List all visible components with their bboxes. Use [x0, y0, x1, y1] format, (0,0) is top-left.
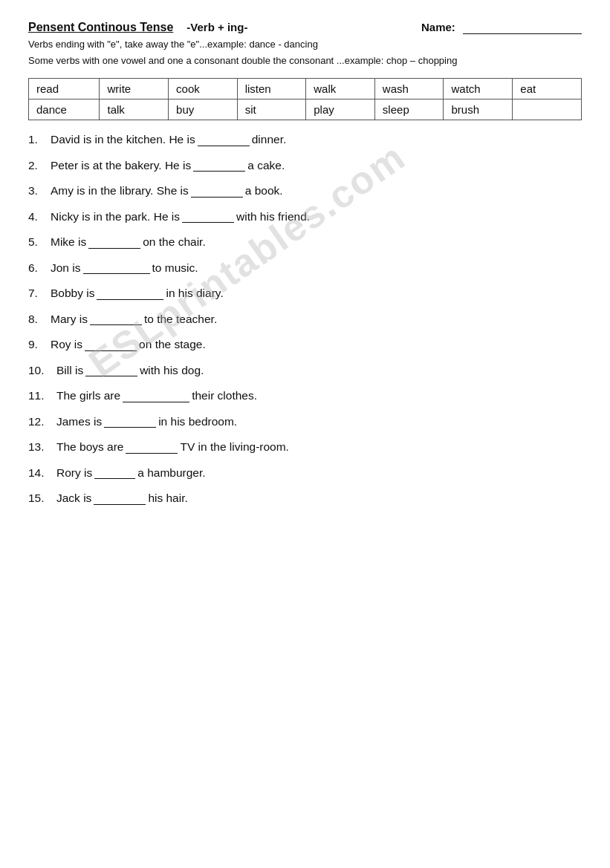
word-bank-cell: sit — [237, 99, 306, 120]
exercise-blank[interactable] — [88, 236, 140, 249]
exercise-blank[interactable] — [182, 211, 234, 223]
exercise-number: 13. — [28, 441, 51, 453]
exercise-text-after: on the stage. — [139, 339, 206, 350]
exercise-text-after: his hair. — [148, 492, 187, 504]
exercise-number: 14. — [28, 467, 51, 479]
name-label: Name: — [421, 21, 582, 34]
exercise-text-after: with his dog. — [140, 365, 204, 376]
word-bank-cell: walk — [306, 79, 375, 99]
exercise-blank[interactable] — [97, 287, 163, 300]
exercise-text-after: with his friend. — [236, 211, 310, 223]
exercise-text-before: Nicky is in the park. He is — [51, 211, 180, 223]
exercise-text-after: TV in the living-room. — [180, 441, 288, 453]
exercise-item: 5.Mike is on the chair. — [28, 236, 582, 249]
exercise-text-after: their clothes. — [192, 390, 257, 402]
exercise-number: 10. — [28, 365, 51, 376]
exercise-blank[interactable] — [104, 416, 156, 428]
exercise-item: 14.Rory is a hamburger. — [28, 467, 582, 480]
exercise-text-before: Rory is — [56, 467, 92, 479]
exercise-blank[interactable] — [94, 467, 135, 480]
exercise-text-before: Mary is — [51, 313, 88, 325]
word-bank-cell: wash — [374, 79, 444, 99]
exercise-text-before: Jack is — [56, 492, 91, 504]
exercise-number: 4. — [28, 211, 45, 223]
exercise-text-before: Mike is — [51, 236, 86, 248]
exercise-number: 5. — [28, 236, 45, 248]
exercise-number: 15. — [28, 492, 51, 504]
exercise-number: 3. — [28, 185, 45, 197]
word-bank-cell: cook — [169, 79, 238, 99]
exercise-number: 11. — [28, 390, 51, 402]
exercise-number: 2. — [28, 160, 45, 172]
exercise-item: 2.Peter is at the bakery. He is a cake. — [28, 160, 582, 172]
word-bank-cell: dance — [29, 99, 100, 120]
word-bank-cell: buy — [169, 99, 238, 120]
exercise-text-after: in his bedroom. — [158, 416, 237, 428]
instruction-2: Some verbs with one vowel and one a cons… — [28, 53, 582, 68]
exercise-item: 13.The boys are TV in the living-room. — [28, 441, 582, 454]
exercise-blank[interactable] — [83, 262, 150, 275]
exercise-item: 7.Bobby is in his diary. — [28, 287, 582, 300]
word-bank-cell: play — [306, 99, 375, 120]
word-bank-cell: talk — [100, 99, 169, 120]
exercise-blank[interactable] — [94, 492, 146, 505]
exercise-item: 4.Nicky is in the park. He is with his f… — [28, 211, 582, 223]
exercise-item: 3.Amy is in the library. She is a book. — [28, 185, 582, 198]
exercise-text-before: The girls are — [56, 390, 120, 402]
exercise-text-before: Peter is at the bakery. He is — [51, 160, 191, 172]
worksheet-title: Pensent Continous Tense — [28, 21, 173, 34]
word-bank-cell — [513, 99, 582, 120]
exercise-text-after: in his diary. — [166, 287, 223, 299]
word-bank-table: readwritecooklistenwalkwashwatcheatdance… — [28, 78, 582, 120]
exercise-text-before: Roy is — [51, 339, 82, 350]
exercise-text-after: a cake. — [247, 160, 285, 172]
word-bank-cell: brush — [444, 99, 513, 120]
exercise-number: 6. — [28, 262, 45, 274]
exercise-blank[interactable] — [193, 160, 245, 172]
exercise-text-before: Amy is in the library. She is — [51, 185, 189, 197]
exercise-blank[interactable] — [90, 313, 142, 326]
exercise-item: 8.Mary is to the teacher. — [28, 313, 582, 326]
instruction-1: Verbs ending with "e", take away the "e"… — [28, 37, 582, 52]
exercise-number: 1. — [28, 134, 45, 146]
exercise-item: 12.James is in his bedroom. — [28, 416, 582, 428]
word-bank-cell: eat — [513, 79, 582, 99]
title-row: Pensent Continous Tense -Verb + ing- Nam… — [28, 21, 582, 34]
exercise-text-after: a book. — [245, 185, 283, 197]
worksheet-subtitle: -Verb + ing- — [186, 21, 247, 33]
exercise-blank[interactable] — [85, 365, 137, 377]
exercise-item: 10.Bill is with his dog. — [28, 365, 582, 377]
exercise-text-before: Jon is — [51, 262, 81, 274]
exercise-item: 15.Jack is his hair. — [28, 492, 582, 505]
word-bank-cell: write — [100, 79, 169, 99]
exercise-item: 6.Jon is to music. — [28, 262, 582, 275]
word-bank-cell: read — [29, 79, 100, 99]
exercise-text-after: dinner. — [252, 134, 287, 146]
word-bank-cell: listen — [237, 79, 306, 99]
exercise-text-before: David is in the kitchen. He is — [51, 134, 195, 146]
exercise-text-before: Bobby is — [51, 287, 94, 299]
exercise-item: 11.The girls are their clothes. — [28, 390, 582, 402]
exercise-text-after: to the teacher. — [144, 313, 217, 325]
exercise-blank[interactable] — [85, 339, 137, 351]
exercise-number: 8. — [28, 313, 45, 325]
exercise-text-after: a hamburger. — [137, 467, 205, 479]
exercise-blank[interactable] — [126, 441, 178, 454]
word-bank-cell: sleep — [374, 99, 444, 120]
exercise-text-after: on the chair. — [143, 236, 205, 248]
exercise-number: 9. — [28, 339, 45, 350]
exercise-blank[interactable] — [191, 185, 243, 198]
exercise-text-after: to music. — [152, 262, 198, 274]
exercise-text-before: James is — [56, 416, 102, 428]
name-line — [463, 21, 582, 34]
word-bank-cell: watch — [444, 79, 513, 99]
exercise-number: 7. — [28, 287, 45, 299]
exercise-item: 1.David is in the kitchen. He is dinner. — [28, 134, 582, 146]
exercise-number: 12. — [28, 416, 51, 428]
exercise-text-before: Bill is — [56, 365, 83, 376]
exercise-text-before: The boys are — [56, 441, 123, 453]
exercises-section: 1.David is in the kitchen. He is dinner.… — [28, 134, 582, 505]
exercise-item: 9.Roy is on the stage. — [28, 339, 582, 351]
exercise-blank[interactable] — [123, 390, 189, 402]
exercise-blank[interactable] — [198, 134, 250, 146]
